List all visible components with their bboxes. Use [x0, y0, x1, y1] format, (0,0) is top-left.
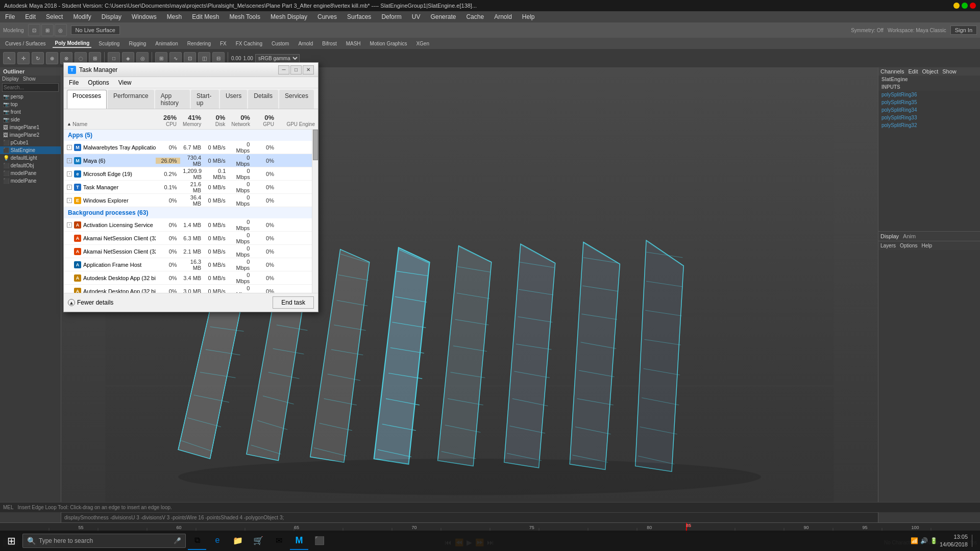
menu-modify[interactable]: Modify: [71, 12, 93, 21]
outliner-item-imagePlane2[interactable]: 🖼 imagePlane2: [0, 131, 61, 139]
tab-sculpting[interactable]: Sculpting: [96, 40, 121, 47]
channels-btn[interactable]: Channels: [880, 68, 904, 74]
tab-rigging[interactable]: Rigging: [127, 40, 148, 47]
layers-tab[interactable]: Layers: [880, 243, 896, 248]
tm-col-gpu-header[interactable]: 0% GPU: [253, 113, 277, 128]
menu-display[interactable]: Display: [100, 12, 124, 21]
taskbar-time-date[interactable]: 13:05 14/06/2018: [940, 533, 968, 549]
tab-poly-modeling[interactable]: Poly Modeling: [53, 39, 91, 48]
tm-col-gpuengine-header[interactable]: GPU Engine: [277, 120, 318, 128]
menu-mesh-display[interactable]: Mesh Display: [268, 12, 309, 21]
outliner-item-persp[interactable]: 📷 persp: [0, 93, 61, 101]
tab-xgen[interactable]: XGen: [414, 40, 431, 47]
icon-select[interactable]: ↖: [3, 52, 15, 64]
tm-tab-services[interactable]: Services: [279, 90, 314, 109]
tm-fewer-details-btn[interactable]: ▲ Fewer details: [68, 299, 113, 306]
tb-icon-1[interactable]: ⊡: [28, 24, 40, 36]
tm-maximize-btn[interactable]: □: [290, 65, 302, 74]
tab-curves-surfaces[interactable]: Curves / Surfaces: [3, 40, 47, 47]
display-tab[interactable]: Display: [880, 233, 899, 239]
tm-tab-apphistory[interactable]: App history: [155, 90, 190, 109]
taskbar-search-box[interactable]: 🔍 Type here to search 🎤: [22, 534, 186, 548]
tm-col-disk-header[interactable]: 0% Disk: [204, 113, 228, 128]
gamma-select[interactable]: sRGB gamma: [255, 54, 300, 63]
tm-col-network-header[interactable]: 0% Network: [228, 113, 253, 128]
outliner-menu-display[interactable]: Display: [2, 76, 19, 82]
expand-maya[interactable]: ›: [67, 158, 72, 163]
menu-mesh[interactable]: Mesh: [165, 12, 184, 21]
tm-row-maya[interactable]: › M Maya (6) 26.0% 730.4 MB 0 MB/s 0 Mbp…: [64, 154, 318, 167]
menu-curves[interactable]: Curves: [315, 12, 339, 21]
minimize-btn[interactable]: [953, 3, 960, 9]
options-tab[interactable]: Options: [900, 243, 917, 248]
tm-col-cpu-header[interactable]: 26% CPU: [156, 113, 180, 128]
outliner-item-top[interactable]: 📷 top: [0, 101, 61, 108]
tm-row-malwarebytes[interactable]: › M Malwarebytes Tray Application ... 0%…: [64, 141, 318, 154]
tab-rendering[interactable]: Rendering: [185, 40, 213, 47]
outliner-item-pCube1[interactable]: ⬛ pCube1: [0, 139, 61, 146]
tm-close-btn[interactable]: ✕: [303, 65, 314, 74]
menu-arnold[interactable]: Arnold: [492, 12, 514, 21]
no-live-surface[interactable]: No Live Surface: [71, 26, 120, 35]
tm-scroll-thumb[interactable]: [313, 130, 318, 160]
outliner-item-modelpane1[interactable]: ⬛ modelPane: [0, 169, 61, 177]
channel-polysplit35[interactable]: polySplitRing35: [878, 98, 980, 106]
menu-deform[interactable]: Deform: [379, 12, 403, 21]
outliner-search-input[interactable]: [2, 83, 59, 92]
tab-animation[interactable]: Animation: [153, 40, 180, 47]
tab-bifrost[interactable]: Bifrost: [320, 40, 338, 47]
outliner-menu-show[interactable]: Show: [23, 76, 36, 82]
expand-taskmgr[interactable]: ›: [67, 185, 72, 190]
menu-generate[interactable]: Generate: [428, 12, 458, 21]
tab-motion-graphics[interactable]: Motion Graphics: [368, 40, 409, 47]
tm-menu-options[interactable]: Options: [86, 78, 111, 87]
tm-tab-details[interactable]: Details: [248, 90, 278, 109]
outliner-item-side[interactable]: 📷 side: [0, 116, 61, 123]
menu-cache[interactable]: Cache: [464, 12, 486, 21]
menu-select[interactable]: Select: [44, 12, 65, 21]
tm-row-edge[interactable]: › e Microsoft Edge (19) 0.2% 1,209.9 MB …: [64, 167, 318, 181]
tm-row-autodesk2[interactable]: › A Autodesk Desktop App (32 bit) 0% 3.0…: [64, 285, 318, 293]
tm-row-akamai2[interactable]: › A Akamai NetSession Client (32 bit) 0%…: [64, 245, 318, 258]
outliner-item-modelpane2[interactable]: ⬛ modelPane: [0, 177, 61, 185]
menu-windows[interactable]: Windows: [130, 12, 159, 21]
channel-polysplit32[interactable]: polySplitRing32: [878, 121, 980, 129]
outliner-item-front[interactable]: 📷 front: [0, 108, 61, 116]
tm-tab-users[interactable]: Users: [220, 90, 247, 109]
maximize-btn[interactable]: [962, 3, 968, 9]
sign-in-btn[interactable]: Sign In: [950, 26, 977, 35]
channel-polysplit34[interactable]: polySplitRing34: [878, 106, 980, 114]
anim-tab[interactable]: Anim: [903, 233, 916, 239]
taskbar-app-taskview[interactable]: ⧉: [188, 532, 206, 550]
tb-icon-3[interactable]: ◎: [55, 24, 67, 36]
tray-show-desktop[interactable]: [972, 535, 974, 547]
menu-mesh-tools[interactable]: Mesh Tools: [227, 12, 262, 21]
tb-icon-2[interactable]: ⊞: [41, 24, 54, 36]
help-tab[interactable]: Help: [921, 243, 932, 248]
menu-edit[interactable]: Edit: [23, 12, 38, 21]
tm-row-explorer[interactable]: › E Windows Explorer 0% 36.4 MB 0 MB/s 0…: [64, 194, 318, 207]
expand-edge[interactable]: ›: [67, 171, 72, 177]
menu-surfaces[interactable]: Surfaces: [345, 12, 373, 21]
expand-explorer[interactable]: ›: [67, 198, 72, 203]
tm-apps-section[interactable]: Apps (5): [64, 130, 318, 141]
channel-polysplit36[interactable]: polySplitRing36: [878, 91, 980, 98]
tm-row-appframe[interactable]: › A Application Frame Host 0% 16.3 MB 0 …: [64, 258, 318, 271]
tm-row-autodesk1[interactable]: › A Autodesk Desktop App (32 bit) 0% 3.4…: [64, 271, 318, 285]
tm-minimize-btn[interactable]: ─: [278, 65, 289, 74]
tab-custom[interactable]: Custom: [270, 40, 291, 47]
object-btn[interactable]: Object: [922, 68, 938, 74]
menu-edit-mesh[interactable]: Edit Mesh: [190, 12, 221, 21]
tm-row-activation[interactable]: › A Activation Licensing Service 0% 1.4 …: [64, 218, 318, 232]
tab-fx-caching[interactable]: FX Caching: [234, 40, 264, 47]
taskbar-app-edge[interactable]: e: [208, 532, 227, 550]
expand-activation[interactable]: ›: [67, 222, 72, 228]
channel-polysplit33[interactable]: polySplitRing33: [878, 114, 980, 121]
taskbar-app-other[interactable]: ⬛: [310, 532, 329, 550]
icon-scale[interactable]: ⊕: [46, 52, 58, 64]
taskbar-app-store[interactable]: 🛒: [249, 532, 267, 550]
menu-uv[interactable]: UV: [410, 12, 423, 21]
tm-menu-file[interactable]: File: [67, 78, 81, 87]
tm-row-taskmgr[interactable]: › T Task Manager 0.1% 21.6 MB 0 MB/s 0 M…: [64, 181, 318, 194]
tab-mash[interactable]: MASH: [344, 40, 363, 47]
